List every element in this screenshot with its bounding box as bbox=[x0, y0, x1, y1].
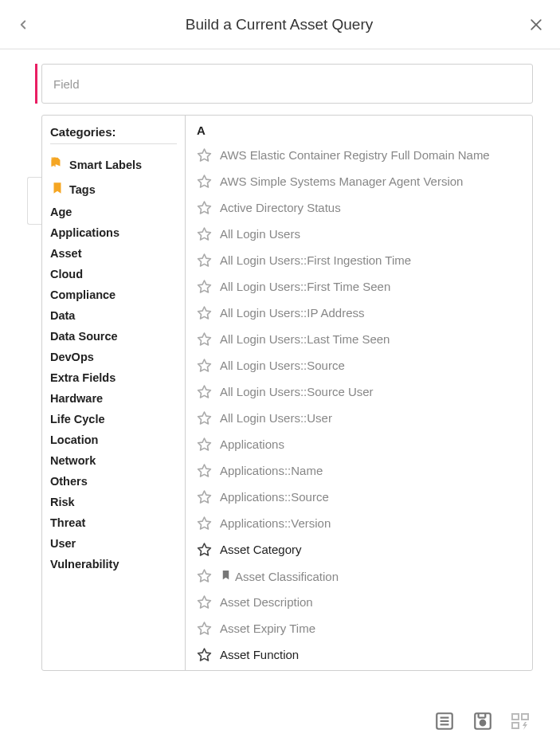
field-label: Asset Function bbox=[220, 648, 299, 661]
category-item[interactable]: Age bbox=[50, 202, 177, 222]
star-icon[interactable] bbox=[197, 384, 212, 399]
svg-marker-17 bbox=[198, 543, 211, 555]
field-label: Asset Category bbox=[220, 543, 302, 556]
field-item[interactable]: Asset Expiry Time bbox=[197, 615, 523, 641]
category-label: DevOps bbox=[50, 351, 94, 363]
side-panel-hint bbox=[27, 177, 41, 225]
field-item[interactable]: Asset Function bbox=[197, 641, 523, 668]
field-item[interactable]: All Login Users::User bbox=[197, 405, 523, 431]
field-item[interactable]: All Login Users::Source User bbox=[197, 378, 523, 405]
field-item[interactable]: All Login Users::First Ingestion Time bbox=[197, 247, 523, 273]
field-item[interactable]: Asset Classification bbox=[197, 563, 523, 589]
svg-marker-19 bbox=[198, 596, 211, 608]
category-label: Data bbox=[50, 309, 75, 322]
star-icon[interactable] bbox=[197, 147, 212, 163]
category-label: Life Cycle bbox=[50, 413, 105, 426]
field-label: Asset Expiry Time bbox=[220, 622, 315, 635]
category-item[interactable]: Data Source bbox=[50, 326, 177, 347]
category-item[interactable]: Vulnerability bbox=[50, 554, 177, 575]
field-item[interactable]: Applications::Source bbox=[197, 484, 523, 510]
star-icon[interactable] bbox=[197, 253, 212, 268]
category-item[interactable]: User bbox=[50, 533, 177, 554]
category-item[interactable]: Life Cycle bbox=[50, 409, 177, 429]
svg-marker-2 bbox=[198, 149, 211, 161]
svg-marker-16 bbox=[198, 517, 211, 529]
category-item[interactable]: Data bbox=[50, 305, 177, 326]
svg-marker-9 bbox=[198, 333, 211, 345]
fields-column: A AWS Elastic Container Registry Full Do… bbox=[186, 116, 532, 670]
field-item[interactable]: Applications bbox=[197, 431, 523, 457]
category-item[interactable]: Others bbox=[50, 471, 177, 492]
field-item[interactable]: All Login Users::IP Address bbox=[197, 300, 523, 326]
star-icon[interactable] bbox=[197, 358, 212, 373]
category-label: Hardware bbox=[50, 392, 103, 405]
svg-rect-33 bbox=[512, 723, 519, 728]
field-item[interactable]: AWS Simple Systems Manager Agent Version bbox=[197, 168, 523, 194]
star-icon[interactable] bbox=[197, 305, 212, 320]
category-label: Data Source bbox=[50, 330, 118, 343]
field-dropdown-panel: Categories: Smart Labels Tags AgeApplica… bbox=[41, 115, 533, 671]
category-item[interactable]: Compliance bbox=[50, 284, 177, 305]
category-item[interactable]: Applications bbox=[50, 222, 177, 243]
field-item[interactable]: Active Directory Status bbox=[197, 194, 523, 221]
svg-rect-32 bbox=[512, 714, 519, 720]
svg-marker-10 bbox=[198, 359, 211, 371]
field-item[interactable]: All Login Users::Source bbox=[197, 352, 523, 378]
field-search-input[interactable]: Field bbox=[41, 64, 533, 104]
category-item[interactable]: Threat bbox=[50, 512, 177, 533]
category-item[interactable]: Risk bbox=[50, 492, 177, 512]
category-tags[interactable]: Tags bbox=[50, 177, 177, 202]
category-smart-labels[interactable]: Smart Labels bbox=[50, 152, 177, 177]
field-label: Asset Description bbox=[220, 595, 313, 609]
svg-marker-6 bbox=[198, 254, 211, 266]
star-icon[interactable] bbox=[197, 174, 212, 189]
accent-bar bbox=[35, 64, 37, 104]
dialog-content: Field Categories: Smart Labels Tags AgeA… bbox=[0, 49, 560, 671]
section-letter: A bbox=[197, 124, 523, 137]
back-icon[interactable] bbox=[16, 18, 30, 32]
category-item[interactable]: Network bbox=[50, 450, 177, 471]
quick-action-icon[interactable] bbox=[511, 711, 533, 731]
svg-marker-5 bbox=[198, 228, 211, 240]
svg-marker-20 bbox=[198, 622, 211, 634]
category-item[interactable]: DevOps bbox=[50, 347, 177, 367]
category-item[interactable]: Asset bbox=[50, 243, 177, 264]
field-item[interactable]: Asset Description bbox=[197, 589, 523, 615]
star-icon[interactable] bbox=[197, 200, 212, 215]
field-item[interactable]: All Login Users bbox=[197, 221, 523, 247]
star-icon[interactable] bbox=[197, 463, 212, 478]
star-icon[interactable] bbox=[197, 410, 212, 426]
field-item[interactable]: All Login Users::Last Time Seen bbox=[197, 326, 523, 352]
field-item[interactable]: All Login Users::First Time Seen bbox=[197, 273, 523, 300]
field-label: Applications::Source bbox=[220, 490, 329, 504]
close-icon[interactable] bbox=[528, 17, 544, 33]
star-icon[interactable] bbox=[197, 279, 212, 294]
save-icon[interactable] bbox=[472, 711, 493, 731]
star-icon[interactable] bbox=[197, 568, 212, 583]
star-icon[interactable] bbox=[197, 516, 212, 531]
category-item[interactable]: Cloud bbox=[50, 264, 177, 284]
list-icon[interactable] bbox=[434, 711, 455, 731]
star-icon[interactable] bbox=[197, 331, 212, 347]
category-item[interactable]: Location bbox=[50, 429, 177, 450]
svg-marker-12 bbox=[198, 412, 211, 424]
field-label: All Login Users::IP Address bbox=[220, 306, 364, 320]
star-icon[interactable] bbox=[197, 226, 212, 241]
field-item[interactable]: Asset Category bbox=[197, 536, 523, 563]
field-item[interactable]: Applications::Version bbox=[197, 510, 523, 536]
field-item[interactable]: Applications::Name bbox=[197, 457, 523, 484]
svg-marker-8 bbox=[198, 307, 211, 319]
star-icon[interactable] bbox=[197, 489, 212, 504]
star-icon[interactable] bbox=[197, 594, 212, 610]
star-icon[interactable] bbox=[197, 647, 212, 662]
field-label: All Login Users::Last Time Seen bbox=[220, 332, 390, 346]
star-icon[interactable] bbox=[197, 437, 212, 452]
star-icon[interactable] bbox=[197, 621, 212, 636]
svg-rect-34 bbox=[522, 714, 528, 720]
category-item[interactable]: Extra Fields bbox=[50, 367, 177, 388]
category-label: Vulnerability bbox=[50, 558, 119, 571]
field-item[interactable]: AWS Elastic Container Registry Full Doma… bbox=[197, 142, 523, 168]
category-item[interactable]: Hardware bbox=[50, 388, 177, 409]
dialog-header: Build a Current Asset Query bbox=[0, 0, 560, 49]
star-icon[interactable] bbox=[197, 542, 212, 557]
